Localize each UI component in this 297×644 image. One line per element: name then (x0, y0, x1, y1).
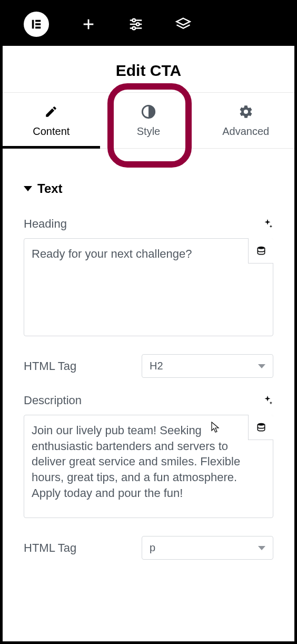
tab-content[interactable]: Content (3, 93, 100, 148)
description-input[interactable] (24, 415, 273, 518)
svg-point-7 (133, 19, 136, 22)
field-heading-html-tag: HTML Tag H2 (24, 354, 273, 378)
panel-title: Edit CTA (3, 46, 294, 92)
mouse-cursor-icon (211, 422, 220, 433)
heading-input[interactable] (24, 238, 273, 336)
add-icon[interactable] (81, 16, 96, 32)
elementor-logo[interactable] (24, 12, 49, 37)
tab-advanced[interactable]: Advanced (197, 93, 294, 148)
field-heading: Heading (24, 217, 273, 338)
description-html-tag-label: HTML Tag (24, 541, 76, 555)
top-toolbar (3, 3, 294, 46)
ai-sparkle-icon[interactable] (262, 218, 273, 230)
heading-label: Heading (24, 217, 67, 231)
svg-rect-1 (35, 20, 41, 22)
section-text-header[interactable]: Text (24, 181, 273, 196)
svg-rect-3 (35, 27, 41, 29)
svg-rect-2 (35, 23, 41, 25)
heading-html-tag-select[interactable]: H2 (142, 354, 273, 378)
dynamic-tags-button[interactable] (248, 238, 273, 264)
section-text-title: Text (37, 181, 63, 196)
editor-tabs: Content Style Advanced (3, 92, 294, 149)
description-html-tag-select[interactable]: p (142, 536, 273, 560)
pencil-icon (44, 104, 58, 119)
svg-point-14 (258, 246, 264, 249)
half-circle-icon (141, 104, 156, 119)
svg-marker-12 (177, 18, 190, 25)
field-description: Description (24, 394, 273, 520)
svg-rect-0 (32, 20, 34, 29)
field-description-html-tag: HTML Tag p (24, 536, 273, 560)
chevron-down-icon (258, 546, 265, 550)
tab-style[interactable]: Style (100, 93, 197, 148)
panel-title-text: Edit CTA (3, 62, 294, 80)
heading-html-tag-value: H2 (150, 360, 163, 372)
gear-icon (239, 104, 253, 119)
caret-down-icon (24, 186, 32, 191)
svg-point-15 (258, 423, 264, 425)
tab-advanced-label: Advanced (222, 125, 269, 138)
content-panel: Text Heading HTML Tag H2 (3, 149, 294, 641)
description-html-tag-value: p (150, 542, 155, 554)
tab-content-label: Content (33, 125, 70, 138)
heading-html-tag-label: HTML Tag (24, 359, 76, 373)
description-label: Description (24, 394, 82, 407)
chevron-down-icon (258, 364, 265, 368)
svg-point-9 (136, 23, 140, 26)
ai-sparkle-icon[interactable] (262, 395, 273, 406)
settings-sliders-icon[interactable] (128, 16, 144, 32)
svg-point-11 (133, 27, 136, 30)
dynamic-tags-button[interactable] (248, 415, 273, 440)
structure-layers-icon[interactable] (175, 16, 191, 32)
tab-style-label: Style (137, 125, 160, 138)
